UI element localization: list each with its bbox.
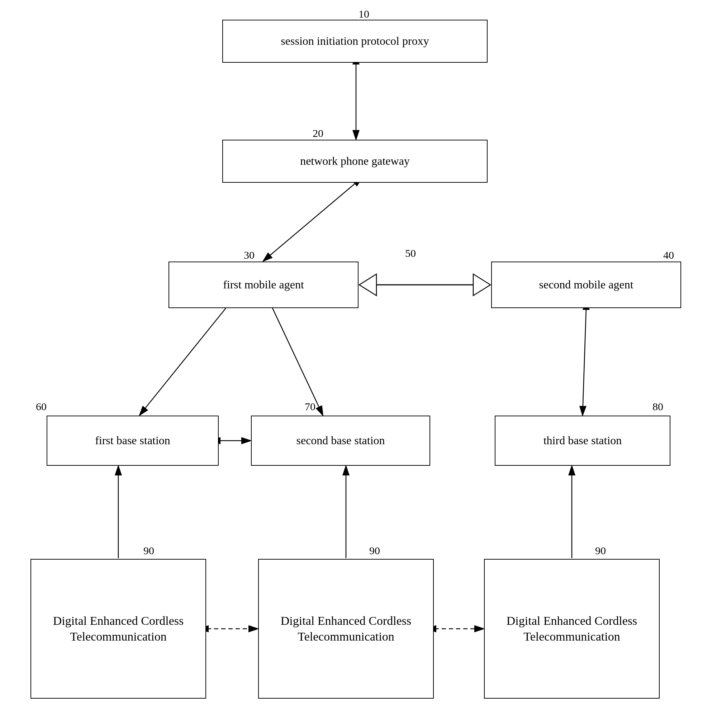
first-mobile-node: first mobile agent <box>169 262 359 308</box>
first-base-label: first base station <box>95 433 170 448</box>
network-gateway-num: 20 <box>313 127 323 139</box>
third-base-label: third base station <box>543 433 622 448</box>
diagram: DECT2 dashed --> DECT3 dashed --> sessio… <box>0 0 712 728</box>
third-base-num: 80 <box>653 401 663 413</box>
network-gateway-node: network phone gateway <box>222 140 488 183</box>
first-base-num: 60 <box>36 401 47 413</box>
sip-proxy-label: session initiation protocol proxy <box>281 34 429 49</box>
svg-line-9 <box>583 308 586 415</box>
dect1-label: Digital Enhanced Cordless Telecommunicat… <box>31 613 205 645</box>
svg-line-6 <box>140 308 226 415</box>
svg-marker-17 <box>473 274 491 296</box>
svg-line-7 <box>273 308 323 415</box>
second-base-label: second base station <box>296 433 385 448</box>
first-base-node: first base station <box>47 416 219 466</box>
dect1-num: 90 <box>143 545 154 557</box>
arrow-50-label: 50 <box>405 247 416 259</box>
dect2-label: Digital Enhanced Cordless Telecommunicat… <box>259 613 433 645</box>
dect3-num: 90 <box>595 545 606 557</box>
svg-marker-16 <box>359 274 377 296</box>
dect3-label: Digital Enhanced Cordless Telecommunicat… <box>485 613 659 645</box>
second-base-node: second base station <box>251 416 430 466</box>
second-mobile-num: 40 <box>663 249 674 261</box>
first-mobile-label: first mobile agent <box>223 277 304 292</box>
sip-proxy-num: 10 <box>359 8 369 20</box>
network-gateway-label: network phone gateway <box>300 154 410 169</box>
dect3-node: Digital Enhanced Cordless Telecommunicat… <box>484 559 660 698</box>
dect2-node: Digital Enhanced Cordless Telecommunicat… <box>258 559 434 698</box>
dect2-num: 90 <box>369 545 380 557</box>
sip-proxy-node: session initiation protocol proxy <box>222 20 488 63</box>
svg-line-5 <box>264 183 356 261</box>
third-base-node: third base station <box>495 416 670 466</box>
second-mobile-node: second mobile agent <box>491 262 681 308</box>
dect1-node: Digital Enhanced Cordless Telecommunicat… <box>30 559 206 698</box>
first-mobile-num: 30 <box>244 249 255 261</box>
second-base-num: 70 <box>305 401 316 413</box>
second-mobile-label: second mobile agent <box>539 277 633 292</box>
